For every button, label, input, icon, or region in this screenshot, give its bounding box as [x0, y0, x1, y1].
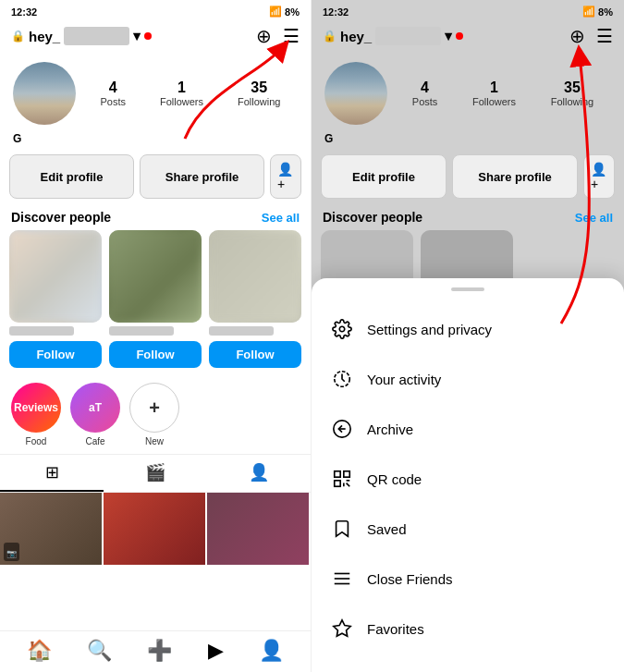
- stat-followers-left: 1 Followers: [160, 79, 203, 107]
- avatar-right: [324, 62, 387, 125]
- person-card-3: Follow: [209, 230, 301, 368]
- following-label-right: Following: [551, 96, 593, 107]
- profile-name-left: G: [0, 130, 311, 151]
- svg-line-9: [347, 483, 350, 487]
- nav-home-left[interactable]: 🏠: [27, 639, 52, 663]
- post-thumb-1[interactable]: 📷: [0, 493, 102, 565]
- action-buttons-left: Edit profile Share profile 👤+: [0, 151, 311, 206]
- status-icons-left: 📶 8%: [269, 6, 300, 18]
- nav-add-left[interactable]: ➕: [147, 639, 172, 663]
- add-icon-left[interactable]: ⊕: [256, 25, 272, 47]
- chevron-left: ▾: [133, 28, 141, 44]
- nav-search-left[interactable]: 🔍: [87, 639, 112, 663]
- qrcode-menu-item[interactable]: QR code: [312, 454, 624, 504]
- story-circle-new: +: [129, 383, 179, 433]
- profile-section-right: 4 Posts 1 Followers 35 Following: [312, 55, 624, 130]
- battery-right: 8%: [598, 6, 613, 18]
- discover-people-icon-left[interactable]: 👤+: [270, 154, 301, 199]
- post-thumb-3[interactable]: [207, 493, 309, 565]
- bottom-nav-left: 🏠 🔍 ➕ ▶ 👤: [0, 630, 311, 672]
- post-thumb-2[interactable]: [104, 493, 205, 565]
- favorites-menu-item[interactable]: Favorites: [312, 604, 624, 654]
- discover-title-right: Discover people: [323, 210, 422, 225]
- posts-grid-tab[interactable]: ⊞: [0, 455, 104, 492]
- story-circle-food: Reviews: [11, 383, 61, 433]
- posts-label-left: Posts: [100, 96, 126, 107]
- activity-icon: [330, 367, 354, 391]
- left-panel: 12:32 📶 8% 🔒 hey_ xxxxxxxx ▾ ⊕ ☰ 4 Posts: [0, 0, 312, 672]
- followers-count-right: 1: [490, 79, 498, 96]
- stat-following-left: 35 Following: [238, 79, 280, 107]
- username-blur-right: xxxxxxxx: [375, 27, 440, 45]
- archive-menu-item[interactable]: Archive: [312, 404, 624, 454]
- archive-label: Archive: [367, 422, 413, 437]
- menu-icon-left[interactable]: ☰: [283, 25, 300, 47]
- archive-icon: [330, 417, 354, 441]
- follow-button-2[interactable]: Follow: [109, 341, 202, 368]
- online-dot-left: [144, 32, 152, 40]
- person-name-1: [9, 326, 74, 336]
- svg-rect-5: [335, 481, 340, 486]
- see-all-left[interactable]: See all: [262, 211, 300, 225]
- discover-header-right: Discover people See all: [312, 206, 624, 230]
- follow-button-1[interactable]: Follow: [9, 341, 102, 368]
- people-cards-left: Follow Follow Follow: [0, 230, 311, 375]
- discover-title-left: Discover people: [11, 210, 111, 225]
- follow-button-3[interactable]: Follow: [209, 341, 301, 368]
- qrcode-label: QR code: [367, 471, 422, 487]
- posts-tagged-tab[interactable]: 👤: [207, 455, 311, 492]
- posts-label-right: Posts: [412, 96, 438, 107]
- following-count-right: 35: [564, 79, 581, 96]
- discover-people-icon-right[interactable]: 👤+: [583, 154, 615, 199]
- nav-profile-left[interactable]: 👤: [259, 639, 284, 663]
- stat-following-right: 35 Following: [551, 79, 593, 107]
- story-new[interactable]: + New: [129, 383, 179, 446]
- followers-count-left: 1: [177, 79, 186, 96]
- close-friends-icon: [330, 567, 354, 591]
- stories-row-left: Reviews Food aT Cafe + New: [0, 375, 311, 454]
- story-label-food: Food: [26, 436, 47, 446]
- sheet-handle: [451, 287, 484, 291]
- posts-reel-tab[interactable]: 🎬: [104, 455, 207, 492]
- activity-menu-item[interactable]: Your activity: [312, 354, 624, 404]
- nav-icons-left: ⊕ ☰: [256, 25, 300, 47]
- profile-name-right: G: [312, 130, 624, 151]
- svg-point-0: [339, 326, 345, 332]
- settings-menu-item[interactable]: Settings and privacy: [312, 304, 624, 354]
- nav-reels-left[interactable]: ▶: [208, 639, 224, 663]
- nav-icons-right: ⊕ ☰: [569, 25, 613, 47]
- close-friends-menu-item[interactable]: Close Friends: [312, 554, 624, 604]
- story-food[interactable]: Reviews Food: [11, 383, 61, 446]
- person-card-2: Follow: [109, 230, 202, 368]
- following-count-left: 35: [251, 79, 267, 96]
- edit-profile-button-left[interactable]: Edit profile: [9, 154, 134, 199]
- saved-menu-item[interactable]: Saved: [312, 504, 624, 554]
- username-text-left: hey_: [29, 29, 60, 44]
- svg-marker-15: [334, 620, 350, 636]
- status-bar-right: 12:32 📶 8%: [312, 0, 624, 21]
- story-cafe[interactable]: aT Cafe: [70, 383, 120, 446]
- share-profile-button-left[interactable]: Share profile: [140, 154, 264, 199]
- saved-label: Saved: [367, 521, 407, 537]
- stat-followers-right: 1 Followers: [472, 79, 516, 107]
- menu-icon-right[interactable]: ☰: [596, 25, 613, 47]
- chevron-right-nav: ▾: [445, 28, 452, 44]
- add-icon-right[interactable]: ⊕: [569, 25, 585, 47]
- action-buttons-right: Edit profile Share profile 👤+: [312, 151, 624, 206]
- see-all-right[interactable]: See all: [575, 211, 613, 225]
- top-nav-right: 🔒 hey_ xxxxxxxx ▾ ⊕ ☰: [312, 21, 624, 55]
- person-photo-1: [9, 230, 102, 323]
- lock-icon-left: 🔒: [11, 30, 25, 43]
- edit-profile-button-right[interactable]: Edit profile: [321, 154, 447, 199]
- person-name-3: [209, 326, 274, 336]
- username-area-right: 🔒 hey_ xxxxxxxx ▾: [323, 27, 463, 45]
- person-photo-2: [109, 230, 202, 323]
- favorites-label: Favorites: [367, 621, 424, 637]
- battery-left: 8%: [285, 6, 300, 18]
- svg-rect-4: [344, 471, 349, 477]
- story-circle-cafe: aT: [70, 383, 120, 433]
- share-profile-button-right[interactable]: Share profile: [452, 154, 578, 199]
- time-right: 12:32: [323, 6, 349, 18]
- svg-rect-3: [335, 471, 340, 477]
- person-photo-3: [209, 230, 301, 323]
